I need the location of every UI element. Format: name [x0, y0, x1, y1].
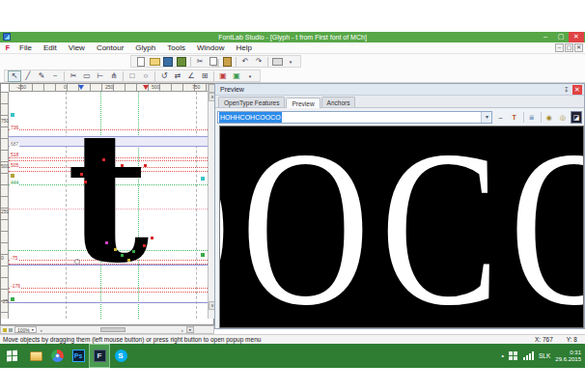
taskbar-fontlab[interactable]: F [89, 344, 110, 368]
clock[interactable]: 0:31 29.6.2015 [555, 350, 583, 363]
tool-ellipse[interactable]: ○ [139, 70, 153, 82]
tool-knife[interactable]: ✂ [67, 70, 80, 82]
menu-help[interactable]: Help [230, 42, 257, 54]
text-mode-button[interactable]: T [509, 111, 520, 124]
start-button[interactable] [0, 344, 25, 368]
tool-snap[interactable]: ⋔ [107, 70, 121, 82]
tool-transform[interactable]: ⊞ [198, 70, 211, 82]
corner-more-button[interactable]: ▾ [186, 326, 194, 333]
globe-icon[interactable]: ◉ [543, 111, 555, 124]
tab-anchors[interactable]: Anchors [321, 97, 356, 107]
open-button[interactable] [148, 56, 161, 68]
globe-alt-icon[interactable]: ◎ [557, 111, 569, 124]
marker-icon[interactable] [11, 113, 14, 117]
node[interactable] [151, 237, 153, 239]
features-off-button[interactable]: – [494, 111, 506, 124]
action-center-icon[interactable] [509, 351, 518, 360]
node[interactable] [144, 164, 147, 167]
glyph-editor-window[interactable]: -250 0 250 500 750 750 500 250 0 -250 [0, 83, 214, 325]
tool-meter[interactable]: ⊢ [94, 70, 107, 82]
scroll-left-button[interactable]: ‹ [41, 327, 42, 333]
node[interactable] [132, 250, 135, 253]
tab-preview[interactable]: Preview [286, 98, 320, 108]
undo-button[interactable]: ↶ [238, 56, 252, 68]
cut-button[interactable]: ✂ [193, 56, 207, 68]
node[interactable] [105, 241, 108, 244]
menu-edit[interactable]: Edit [38, 42, 63, 54]
tool-eraser[interactable]: ▭ [80, 70, 94, 82]
tray-overflow-button[interactable]: • [502, 352, 504, 359]
save-button[interactable] [161, 56, 175, 68]
menu-view[interactable]: View [63, 42, 91, 54]
tool-slant[interactable]: ∠ [184, 70, 198, 82]
tool-rectangle[interactable]: □ [125, 70, 139, 82]
node[interactable] [84, 181, 87, 183]
node[interactable] [121, 254, 124, 257]
tool-edit[interactable]: ↖ [8, 70, 21, 82]
mdi-minimize-button[interactable]: – [555, 43, 564, 52]
tab-opentype-features[interactable]: OpenType Features [218, 97, 285, 107]
menu-file[interactable]: File [14, 42, 38, 54]
right-sidebearing-marker[interactable] [143, 85, 149, 90]
scroll-right-button[interactable]: › [181, 327, 183, 333]
taskbar-skype[interactable]: S [110, 344, 131, 368]
lock-icon[interactable] [3, 328, 7, 332]
tool-mirror[interactable]: ⇄ [171, 70, 184, 82]
menu-window[interactable]: Window [191, 42, 230, 54]
language-indicator[interactable]: SLK [539, 352, 550, 359]
preview-panel-titlebar[interactable]: Preview ↧ ✕ [215, 84, 584, 96]
mdi-restore-button[interactable]: ▢ [565, 43, 573, 52]
taskbar-explorer[interactable] [25, 344, 46, 368]
vertical-ruler[interactable]: 750 500 250 0 -250 [1, 92, 9, 319]
chevron-down-icon[interactable]: ▾ [481, 112, 491, 123]
marker-icon[interactable] [201, 177, 205, 181]
print-button[interactable] [270, 56, 284, 68]
horizontal-scroll-thumb[interactable] [100, 327, 125, 332]
close-button[interactable]: ✕ [569, 32, 584, 42]
maximize-button[interactable]: ▢ [553, 32, 569, 42]
preview-close-button[interactable]: ✕ [572, 85, 582, 95]
tool-rotate[interactable]: ↺ [157, 70, 171, 82]
node[interactable] [143, 244, 146, 247]
save-all-button[interactable] [175, 56, 188, 68]
node[interactable] [80, 173, 83, 176]
taskbar-chrome[interactable] [46, 344, 68, 368]
new-button[interactable] [134, 56, 148, 68]
invert-colors-button[interactable]: ◪ [571, 111, 582, 124]
tool-mask[interactable]: ▣ [216, 70, 230, 82]
pin-icon[interactable]: ↧ [563, 86, 571, 94]
descender-line[interactable] [9, 302, 208, 303]
node[interactable] [114, 248, 117, 251]
menu-contour[interactable]: Contour [91, 42, 129, 54]
network-signal-icon[interactable] [523, 351, 534, 360]
sample-text-input[interactable]: HOHHCOHCOOCO ▾ [217, 111, 492, 124]
tool-pen[interactable]: ~ [48, 70, 62, 82]
left-sidebearing-marker[interactable] [78, 85, 84, 90]
menu-glyph[interactable]: Glyph [129, 42, 161, 54]
marker-icon[interactable] [11, 297, 14, 301]
node[interactable] [127, 259, 130, 262]
glyph-canvas[interactable]: 736 687 518 505 444 -75 -176 t [9, 92, 208, 319]
copy-button[interactable] [207, 56, 220, 68]
minimize-button[interactable]: – [538, 32, 553, 42]
marker-icon[interactable] [11, 174, 14, 178]
redo-button[interactable]: ↷ [252, 56, 265, 68]
marker-icon[interactable] [201, 253, 205, 257]
layers-icon[interactable] [9, 328, 13, 332]
node[interactable] [121, 164, 124, 167]
preview-render-area[interactable]: OOCO [219, 126, 584, 328]
waterfall-button[interactable]: ≣ [526, 111, 538, 124]
menu-tools[interactable]: Tools [161, 42, 191, 54]
tool-guides[interactable]: ▣ [230, 70, 243, 82]
glyph-outline[interactable]: t [67, 108, 149, 287]
zoom-select[interactable]: 100% ▾ [14, 326, 37, 333]
paste-button[interactable] [220, 56, 234, 68]
horizontal-ruler[interactable]: -250 0 250 500 750 [9, 84, 208, 92]
tools-more-button[interactable]: ▾ [243, 70, 257, 82]
tool-line[interactable]: ╱ [21, 70, 35, 82]
mdi-close-button[interactable]: ✕ [574, 43, 583, 52]
taskbar-photoshop[interactable]: Ps [68, 344, 89, 368]
node[interactable] [102, 158, 105, 161]
window-titlebar[interactable]: FontLab Studio - [Glyph - t from First f… [0, 32, 585, 42]
tool-pencil[interactable]: ✎ [35, 70, 48, 82]
